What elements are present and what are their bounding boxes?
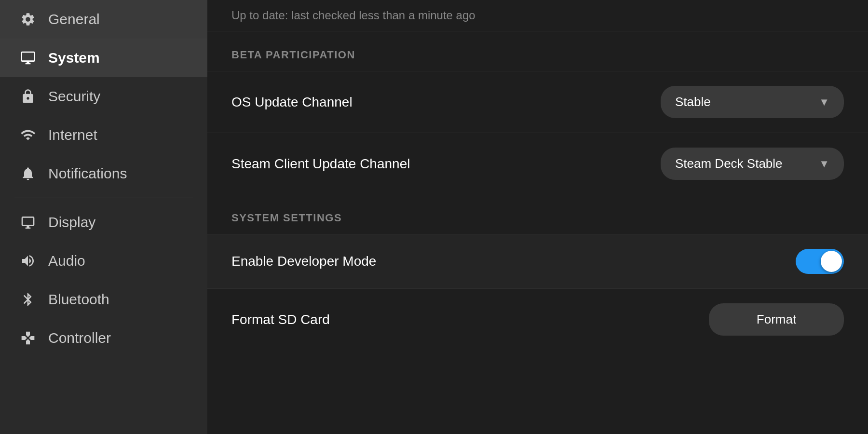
sidebar-item-audio[interactable]: Audio bbox=[0, 242, 207, 280]
os-update-channel-label: OS Update Channel bbox=[231, 95, 353, 110]
os-update-channel-dropdown[interactable]: Stable ▼ bbox=[661, 86, 844, 118]
sidebar-item-audio-label: Audio bbox=[48, 253, 85, 269]
os-update-channel-value: Stable bbox=[675, 95, 711, 109]
developer-mode-toggle[interactable] bbox=[796, 249, 844, 274]
sidebar-item-controller[interactable]: Controller bbox=[0, 319, 207, 357]
bell-icon bbox=[19, 165, 37, 182]
sidebar-item-security-label: Security bbox=[48, 88, 100, 105]
sidebar-item-notifications-label: Notifications bbox=[48, 165, 127, 182]
format-sd-card-label: Format SD Card bbox=[231, 312, 330, 327]
sidebar-item-general-label: General bbox=[48, 11, 100, 27]
steam-client-channel-row: Steam Client Update Channel Steam Deck S… bbox=[207, 133, 868, 194]
sidebar-item-internet-label: Internet bbox=[48, 127, 97, 143]
status-bar: Up to date: last checked less than a min… bbox=[207, 0, 868, 31]
developer-mode-row: Enable Developer Mode bbox=[207, 234, 868, 288]
developer-mode-label: Enable Developer Mode bbox=[231, 254, 376, 269]
system-section-header: SYSTEM SETTINGS bbox=[207, 194, 868, 234]
os-update-channel-row: OS Update Channel Stable ▼ bbox=[207, 71, 868, 133]
steam-client-channel-dropdown[interactable]: Steam Deck Stable ▼ bbox=[661, 148, 844, 180]
monitor-icon bbox=[19, 49, 37, 67]
sidebar-item-general[interactable]: General bbox=[0, 0, 207, 39]
wifi-icon bbox=[19, 126, 37, 144]
sidebar-item-bluetooth[interactable]: Bluetooth bbox=[0, 280, 207, 319]
lock-icon bbox=[19, 88, 37, 105]
toggle-knob bbox=[821, 251, 842, 272]
sidebar-item-bluetooth-label: Bluetooth bbox=[48, 291, 109, 308]
chevron-down-icon-2: ▼ bbox=[819, 158, 829, 170]
status-text: Up to date: last checked less than a min… bbox=[231, 9, 475, 22]
display-icon bbox=[19, 214, 37, 231]
sidebar-item-system[interactable]: System bbox=[0, 39, 207, 77]
format-sd-card-row: Format SD Card Format bbox=[207, 288, 868, 350]
sidebar-item-display-label: Display bbox=[48, 214, 95, 231]
beta-section-header: BETA PARTICIPATION bbox=[207, 31, 868, 71]
controller-icon bbox=[19, 329, 37, 347]
bluetooth-icon bbox=[19, 291, 37, 308]
sidebar: General System Security Internet bbox=[0, 0, 207, 434]
sidebar-item-display[interactable]: Display bbox=[0, 203, 207, 242]
steam-client-channel-value: Steam Deck Stable bbox=[675, 156, 783, 171]
steam-client-channel-label: Steam Client Update Channel bbox=[231, 156, 410, 172]
sidebar-item-controller-label: Controller bbox=[48, 330, 111, 346]
gear-icon bbox=[19, 11, 37, 28]
sidebar-item-internet[interactable]: Internet bbox=[0, 116, 207, 154]
sidebar-divider bbox=[14, 198, 193, 198]
sidebar-item-notifications[interactable]: Notifications bbox=[0, 154, 207, 193]
chevron-down-icon: ▼ bbox=[819, 96, 829, 108]
audio-icon bbox=[19, 252, 37, 270]
sidebar-item-security[interactable]: Security bbox=[0, 77, 207, 116]
format-button[interactable]: Format bbox=[709, 303, 844, 336]
sidebar-item-system-label: System bbox=[48, 50, 100, 66]
main-content: Up to date: last checked less than a min… bbox=[207, 0, 868, 434]
